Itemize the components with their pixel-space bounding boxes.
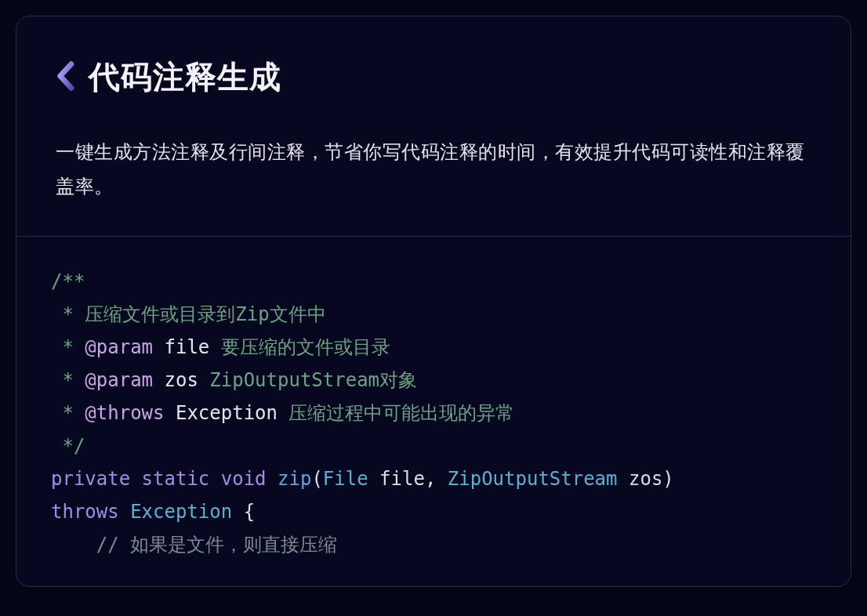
line-comment: // 如果是文件，则直接压缩 <box>96 534 337 556</box>
type: Exception <box>130 501 232 523</box>
sp <box>267 468 278 490</box>
sp <box>209 468 220 490</box>
param-desc: ZipOutputStream对象 <box>209 369 417 391</box>
chevron-left-icon <box>56 60 78 95</box>
sp <box>618 468 629 490</box>
code-block: /** * 压缩文件或目录到Zip文件中 * @param file 要压缩的文… <box>16 237 851 586</box>
paren: ) <box>662 468 673 490</box>
function-name: zip <box>278 468 311 490</box>
keyword: void <box>221 468 267 490</box>
paren: ( <box>311 468 322 490</box>
var: file <box>379 468 425 490</box>
param-name: zos <box>153 369 209 391</box>
type: File <box>323 468 368 490</box>
sp <box>119 501 130 523</box>
comma: , <box>425 468 448 490</box>
code-text: 压缩文件或目录到Zip文件中 <box>85 303 325 325</box>
feature-description: 一键生成方法注释及行间注释，节省你写代码注释的时间，有效提升代码可读性和注释覆盖… <box>56 135 811 205</box>
javadoc-tag: @param <box>85 369 153 391</box>
param-desc: 要压缩的文件或目录 <box>221 336 390 358</box>
feature-header: 代码注释生成 一键生成方法注释及行间注释，节省你写代码注释的时间，有效提升代码可… <box>16 16 851 237</box>
throws-desc: 压缩过程中可能出现的异常 <box>288 402 514 424</box>
param-name: file <box>153 336 221 358</box>
javadoc-tag: @param <box>85 336 153 358</box>
feature-card: 代码注释生成 一键生成方法注释及行间注释，节省你写代码注释的时间，有效提升代码可… <box>16 16 851 587</box>
throws-name: Exception <box>165 402 289 424</box>
code-star: * <box>51 336 85 358</box>
code-star: * <box>51 369 85 391</box>
indent <box>51 534 96 556</box>
title-row: 代码注释生成 <box>56 56 811 99</box>
keyword: static <box>142 468 210 490</box>
code-star: * <box>51 402 85 424</box>
var: zos <box>629 468 662 490</box>
code-star: * <box>51 303 85 325</box>
keyword: private <box>51 468 130 490</box>
code-line: /** <box>51 270 85 292</box>
feature-title: 代码注释生成 <box>89 56 281 99</box>
keyword: throws <box>51 501 119 523</box>
code-line: */ <box>51 435 85 457</box>
brace: { <box>232 501 255 523</box>
type: ZipOutputStream <box>448 468 618 490</box>
javadoc-tag: @throws <box>85 402 164 424</box>
sp <box>368 468 379 490</box>
sp <box>130 468 141 490</box>
